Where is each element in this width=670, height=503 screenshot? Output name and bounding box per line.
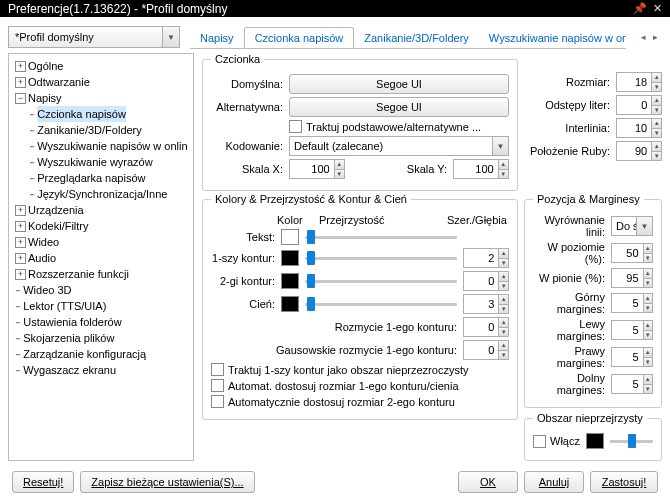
tree-node[interactable]: ····Lektor (TTS/UIA) bbox=[11, 298, 191, 314]
opaque-slider[interactable] bbox=[610, 434, 653, 448]
auto-adjust-contour2-checkbox[interactable]: Automatycznie dostosuj rozmiar 2-ego kon… bbox=[211, 395, 509, 408]
letter-spacing-spinner[interactable]: ▲▼ bbox=[616, 95, 662, 115]
tree-node[interactable]: ····Wygaszacz ekranu bbox=[11, 362, 191, 378]
opaque-area-group: Obszar nieprzejrzysty Włącz bbox=[524, 412, 662, 461]
text-color-swatch[interactable] bbox=[281, 229, 299, 245]
contour1-width-spinner[interactable]: ▲▼ bbox=[463, 248, 509, 268]
shadow-depth-spinner[interactable]: ▲▼ bbox=[463, 294, 509, 314]
tree-node[interactable]: +Urządzenia bbox=[11, 202, 191, 218]
opaque-enable-checkbox[interactable]: Włącz bbox=[533, 435, 580, 448]
tree-node[interactable]: ····Czcionka napisów bbox=[11, 106, 191, 122]
expander-icon[interactable]: + bbox=[15, 237, 26, 248]
vpct-spinner[interactable]: ▲▼ bbox=[611, 268, 653, 288]
tree-dots-icon: ···· bbox=[15, 282, 19, 298]
auto-adjust-contour1-checkbox[interactable]: Automat. dostosuj rozmiar 1-ego konturu/… bbox=[211, 379, 509, 392]
shadow-transparency-slider[interactable] bbox=[305, 297, 457, 311]
alt-font-button[interactable]: Segoe UI bbox=[289, 97, 509, 117]
expander-icon[interactable]: − bbox=[15, 93, 26, 104]
tree-node[interactable]: +Odtwarzanie bbox=[11, 74, 191, 90]
tree-dots-icon: ···· bbox=[29, 138, 33, 154]
top-margin-spinner[interactable]: ▲▼ bbox=[611, 293, 653, 313]
size-spinner[interactable]: ▲▼ bbox=[616, 72, 662, 92]
tree-node[interactable]: ····Wyszukiwanie wyrazów bbox=[11, 154, 191, 170]
expander-icon[interactable]: + bbox=[15, 61, 26, 72]
right-margin-spinner[interactable]: ▲▼ bbox=[611, 347, 653, 367]
hpct-spinner[interactable]: ▲▼ bbox=[611, 243, 653, 263]
tab-scroll-right-icon[interactable]: ▸ bbox=[650, 32, 660, 42]
tree-node[interactable]: +Wideo bbox=[11, 234, 191, 250]
tree-node[interactable]: +Rozszerzanie funkcji bbox=[11, 266, 191, 282]
tree-node[interactable]: ····Zarządzanie konfiguracją bbox=[11, 346, 191, 362]
pin-icon[interactable]: 📌 bbox=[633, 2, 647, 15]
save-settings-button[interactable]: Zapisz bieżące ustawienia(S)... bbox=[80, 471, 254, 493]
scaley-input[interactable] bbox=[454, 160, 498, 178]
expander-icon[interactable]: + bbox=[15, 77, 26, 88]
contour1-color-swatch[interactable] bbox=[281, 250, 299, 266]
tree-node[interactable]: ····Wyszukiwanie napisów w onlin bbox=[11, 138, 191, 154]
text-transparency-slider[interactable] bbox=[305, 230, 457, 244]
tree-node[interactable]: ····Zanikanie/3D/Foldery bbox=[11, 122, 191, 138]
reset-button[interactable]: Resetuj! bbox=[12, 471, 74, 493]
tab-wyszukiwanie[interactable]: Wyszukiwanie napisów w onli bbox=[479, 28, 626, 48]
tab-napisy[interactable]: Napisy bbox=[190, 28, 244, 48]
scalex-spinner[interactable]: ▲▼ bbox=[289, 159, 345, 179]
tree-node[interactable]: ····Skojarzenia plików bbox=[11, 330, 191, 346]
encoding-select[interactable]: Default (zalecane) ▼ bbox=[289, 136, 509, 156]
tab-scroll-left-icon[interactable]: ◂ bbox=[638, 32, 648, 42]
tree-node-label: Wygaszacz ekranu bbox=[23, 362, 116, 378]
blur1-spinner[interactable]: ▲▼ bbox=[463, 317, 509, 337]
tree-dots-icon: ···· bbox=[15, 362, 19, 378]
treat-contour1-opaque-checkbox[interactable]: Traktuj 1-szy kontur jako obszar nieprze… bbox=[211, 363, 509, 376]
expander-icon[interactable]: + bbox=[15, 221, 26, 232]
profile-select[interactable]: *Profil domyślny ▼ bbox=[8, 26, 180, 48]
tree-node[interactable]: ····Ustawienia folderów bbox=[11, 314, 191, 330]
tree-node-label: Lektor (TTS/UIA) bbox=[23, 298, 106, 314]
bottom-margin-spinner[interactable]: ▲▼ bbox=[611, 374, 653, 394]
apply-button[interactable]: Zastosuj! bbox=[590, 471, 658, 493]
scalex-input[interactable] bbox=[290, 160, 334, 178]
ruby-spinner[interactable]: ▲▼ bbox=[616, 141, 662, 161]
tree-node[interactable]: ····Przeglądarka napisów bbox=[11, 170, 191, 186]
gauss-blur-spinner[interactable]: ▲▼ bbox=[463, 340, 509, 360]
tree-node[interactable]: ····Wideo 3D bbox=[11, 282, 191, 298]
cancel-button[interactable]: Anuluj bbox=[524, 471, 584, 493]
contour2-transparency-slider[interactable] bbox=[305, 274, 457, 288]
chevron-down-icon[interactable]: ▼ bbox=[162, 27, 180, 47]
opaque-color-swatch[interactable] bbox=[586, 433, 604, 449]
tab-czcionka-napisow[interactable]: Czcionka napisów bbox=[244, 27, 355, 49]
close-icon[interactable]: ✕ bbox=[653, 2, 662, 15]
nav-tree[interactable]: +Ogólne+Odtwarzanie−Napisy····Czcionka n… bbox=[8, 53, 194, 461]
tree-node-label: Wideo 3D bbox=[23, 282, 71, 298]
contour2-color-swatch[interactable] bbox=[281, 273, 299, 289]
tree-node[interactable]: +Audio bbox=[11, 250, 191, 266]
letter-spacing-label: Odstępy liter: bbox=[524, 99, 610, 111]
tab-zanikanie[interactable]: Zanikanie/3D/Foldery bbox=[354, 28, 479, 48]
shadow-color-swatch[interactable] bbox=[281, 296, 299, 312]
tree-node[interactable]: −Napisy bbox=[11, 90, 191, 106]
tree-node[interactable]: +Ogólne bbox=[11, 58, 191, 74]
expander-icon[interactable]: + bbox=[15, 253, 26, 264]
gauss-blur-label: Gausowskie rozmycie 1-ego konturu: bbox=[211, 344, 457, 356]
tree-node[interactable]: +Kodeki/Filtry bbox=[11, 218, 191, 234]
contour1-transparency-slider[interactable] bbox=[305, 251, 457, 265]
checkbox-icon bbox=[289, 120, 302, 133]
treat-basic-alt-checkbox[interactable]: Traktuj podstawowe/alternatywne ... bbox=[289, 120, 481, 133]
tree-dots-icon: ···· bbox=[29, 122, 33, 138]
position-legend: Pozycja & Marginesy bbox=[533, 193, 644, 205]
ok-button[interactable]: OK bbox=[458, 471, 518, 493]
expander-icon[interactable]: + bbox=[15, 269, 26, 280]
align-select[interactable]: Do śr▼ bbox=[611, 216, 653, 236]
font-legend: Czcionka bbox=[211, 53, 264, 65]
chevron-down-icon: ▼ bbox=[492, 137, 508, 155]
tree-node[interactable]: ····Język/Synchronizacja/Inne bbox=[11, 186, 191, 202]
interline-spinner[interactable]: ▲▼ bbox=[616, 118, 662, 138]
left-margin-spinner[interactable]: ▲▼ bbox=[611, 320, 653, 340]
tree-node-label: Czcionka napisów bbox=[37, 106, 126, 122]
tree-dots-icon: ···· bbox=[29, 186, 33, 202]
default-font-button[interactable]: Segoe UI bbox=[289, 74, 509, 94]
bottom-margin-label: Dolny margines: bbox=[533, 372, 605, 396]
contour2-width-spinner[interactable]: ▲▼ bbox=[463, 271, 509, 291]
expander-icon[interactable]: + bbox=[15, 205, 26, 216]
scaley-spinner[interactable]: ▲▼ bbox=[453, 159, 509, 179]
hpct-label: W poziomie (%): bbox=[533, 241, 605, 265]
